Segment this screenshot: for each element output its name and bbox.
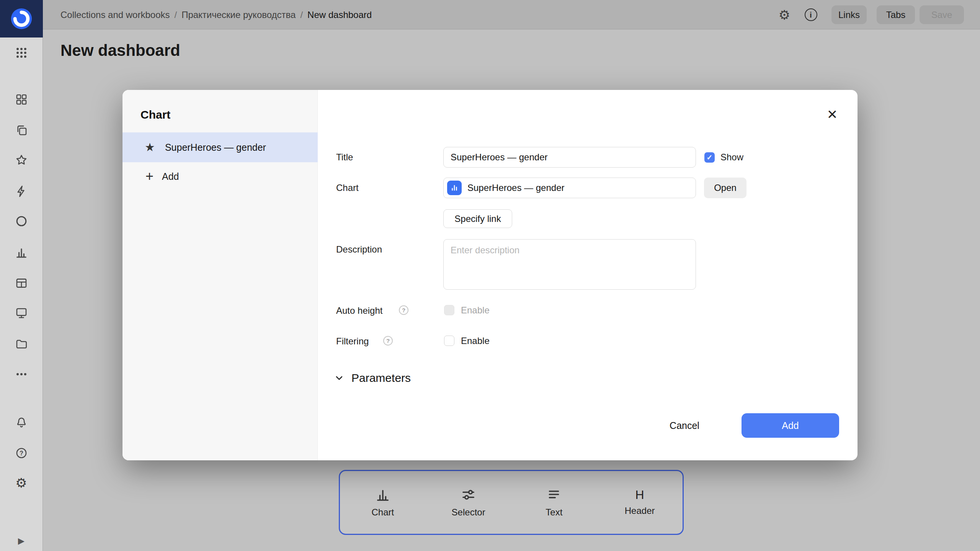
files-icon[interactable] bbox=[0, 335, 42, 352]
favorites-icon[interactable] bbox=[0, 152, 42, 168]
tabs-button[interactable]: Tabs bbox=[877, 5, 915, 24]
breadcrumb-separator: / bbox=[300, 10, 303, 20]
title-label: Title bbox=[336, 152, 353, 163]
breadcrumb: Collections and workbooks / Практические… bbox=[60, 0, 372, 29]
top-bar: Collections and workbooks / Практические… bbox=[43, 0, 980, 29]
tables-icon[interactable] bbox=[0, 275, 42, 292]
question-glyph: ? bbox=[402, 307, 405, 313]
open-chart-button[interactable]: Open bbox=[704, 178, 746, 198]
add-item-button[interactable]: + Add bbox=[122, 164, 318, 189]
text-icon bbox=[546, 487, 562, 502]
more-icon[interactable] bbox=[0, 366, 42, 383]
chart-icon bbox=[375, 487, 390, 502]
description-textarea[interactable] bbox=[443, 239, 696, 290]
header-icon: H bbox=[635, 489, 644, 501]
chart-select-value: SuperHeroes — gender bbox=[467, 183, 564, 193]
close-dialog-button[interactable]: ✕ bbox=[823, 105, 841, 124]
toolbar-item-chart[interactable]: Chart bbox=[340, 471, 426, 534]
toolbar-item-label: Header bbox=[625, 505, 655, 516]
page-title: New dashboard bbox=[60, 41, 180, 60]
show-checkbox[interactable]: ✓ bbox=[704, 152, 715, 163]
toolbar-item-text[interactable]: Text bbox=[511, 471, 597, 534]
check-icon: ✓ bbox=[707, 153, 713, 162]
expand-rail-icon[interactable]: ▶ bbox=[0, 533, 42, 549]
chart-label: Chart bbox=[336, 183, 359, 193]
editor-icon[interactable] bbox=[0, 305, 42, 321]
datasets-icon[interactable] bbox=[0, 213, 42, 230]
nav-rail: ? ⚙ ▶ bbox=[0, 0, 43, 551]
auto-height-label: Auto height bbox=[336, 305, 382, 316]
list-item-superheroes-gender[interactable]: ★ SuperHeroes — gender bbox=[122, 132, 318, 162]
toolbar-item-label: Chart bbox=[372, 507, 394, 518]
dialog-left-panel: Chart ★ SuperHeroes — gender + Add bbox=[122, 90, 318, 460]
auto-height-enable-label: Enable bbox=[461, 305, 490, 316]
notifications-icon[interactable] bbox=[0, 414, 42, 431]
toolbar-item-label: Selector bbox=[452, 507, 485, 518]
datalens-logo-icon bbox=[10, 7, 33, 31]
star-icon: ★ bbox=[145, 142, 155, 153]
settings-icon[interactable]: ⚙ bbox=[0, 474, 42, 491]
add-chart-dialog: Chart ★ SuperHeroes — gender + Add ✕ Tit… bbox=[122, 90, 858, 460]
filtering-help-icon[interactable]: ? bbox=[383, 336, 393, 346]
add-item-label: Add bbox=[162, 171, 179, 182]
specify-link-button[interactable]: Specify link bbox=[443, 209, 512, 228]
gear-glyph: ⚙ bbox=[779, 8, 790, 21]
list-item-label: SuperHeroes — gender bbox=[165, 142, 266, 153]
dashboards-icon[interactable] bbox=[0, 91, 42, 108]
dashboard-settings-icon[interactable]: ⚙ bbox=[776, 0, 793, 29]
info-icon[interactable]: i bbox=[802, 0, 819, 29]
filtering-enable-label: Enable bbox=[461, 336, 490, 346]
breadcrumb-collections[interactable]: Collections and workbooks bbox=[60, 10, 170, 20]
plus-icon: + bbox=[145, 170, 154, 183]
selector-icon bbox=[461, 487, 476, 502]
app-root: ? ⚙ ▶ Collections and workbooks / Практи… bbox=[0, 0, 980, 551]
collections-icon[interactable] bbox=[0, 122, 42, 139]
gear-glyph: ⚙ bbox=[15, 476, 27, 489]
svg-text:?: ? bbox=[20, 450, 23, 456]
breadcrumb-workbook[interactable]: Практические руководства bbox=[181, 10, 296, 20]
help-icon[interactable]: ? bbox=[0, 445, 42, 461]
breadcrumb-current: New dashboard bbox=[307, 10, 372, 20]
description-label: Description bbox=[336, 244, 382, 255]
title-input[interactable] bbox=[443, 147, 696, 168]
info-glyph: i bbox=[805, 8, 817, 21]
auto-height-checkbox bbox=[444, 305, 454, 315]
play-glyph: ▶ bbox=[18, 537, 24, 545]
filtering-checkbox[interactable] bbox=[444, 336, 454, 346]
apps-grid-icon[interactable] bbox=[0, 44, 42, 61]
parameters-toggle[interactable]: Parameters bbox=[334, 372, 411, 385]
widget-toolbar: Chart Selector Text H Header bbox=[339, 470, 684, 535]
question-glyph: ? bbox=[386, 337, 390, 344]
links-button[interactable]: Links bbox=[831, 5, 867, 24]
add-button[interactable]: Add bbox=[742, 413, 839, 438]
close-icon: ✕ bbox=[827, 107, 838, 122]
toolbar-item-label: Text bbox=[546, 507, 562, 518]
toolbar-item-selector[interactable]: Selector bbox=[426, 471, 511, 534]
save-button[interactable]: Save bbox=[920, 5, 964, 24]
show-label: Show bbox=[720, 152, 743, 163]
chart-widget-icon bbox=[447, 181, 462, 195]
filtering-label: Filtering bbox=[336, 336, 369, 347]
connections-icon[interactable] bbox=[0, 183, 42, 200]
cancel-button[interactable]: Cancel bbox=[658, 413, 711, 438]
app-logo[interactable] bbox=[0, 0, 43, 37]
chevron-down-icon bbox=[334, 373, 345, 383]
auto-height-help-icon[interactable]: ? bbox=[399, 305, 408, 315]
dialog-panel-title: Chart bbox=[140, 108, 170, 121]
toolbar-item-header[interactable]: H Header bbox=[597, 471, 683, 534]
breadcrumb-separator: / bbox=[174, 10, 177, 20]
charts-icon[interactable] bbox=[0, 244, 42, 261]
parameters-label: Parameters bbox=[351, 372, 411, 385]
chart-select-field[interactable]: SuperHeroes — gender bbox=[443, 178, 696, 198]
